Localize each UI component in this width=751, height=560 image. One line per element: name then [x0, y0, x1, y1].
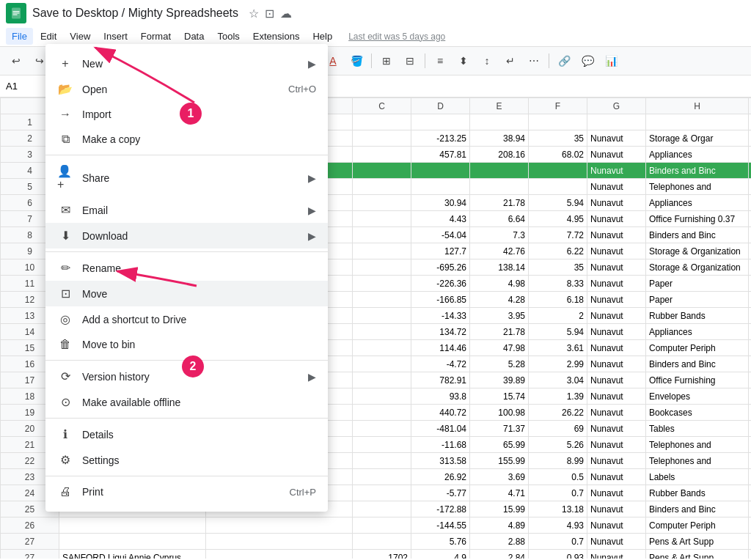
- cell[interactable]: 2.88: [470, 534, 529, 550]
- cell[interactable]: 2.84: [470, 550, 529, 559]
- cell[interactable]: 134.72: [411, 324, 470, 340]
- cell[interactable]: [749, 243, 752, 259]
- cell[interactable]: 5.94: [529, 324, 587, 340]
- cell[interactable]: -144.55: [411, 517, 470, 534]
- cell[interactable]: 13.18: [529, 501, 587, 517]
- cell[interactable]: 0.8: [749, 130, 752, 147]
- cell[interactable]: [470, 179, 529, 195]
- cell[interactable]: 21.78: [470, 324, 529, 340]
- cell[interactable]: -172.88: [411, 501, 470, 517]
- cell[interactable]: 0.7: [529, 485, 587, 501]
- cell[interactable]: 42.76: [470, 243, 529, 259]
- cell[interactable]: 0.59: [749, 437, 752, 453]
- cell[interactable]: Nunavut: [587, 130, 646, 147]
- menu-edit[interactable]: Edit: [34, 28, 62, 45]
- cell[interactable]: 26.22: [529, 405, 587, 421]
- cell[interactable]: 5.26: [529, 437, 587, 453]
- cell[interactable]: 39.89: [470, 372, 529, 388]
- cell[interactable]: Office Furnishing 0.37: [646, 211, 749, 227]
- menu-extensions[interactable]: Extensions: [247, 28, 306, 45]
- cell[interactable]: Binders and Binc: [646, 227, 749, 243]
- cell[interactable]: Nunavut: [587, 501, 646, 517]
- cell[interactable]: Nunavut: [587, 469, 646, 485]
- cell[interactable]: 4.9: [411, 550, 470, 559]
- cell[interactable]: [749, 211, 752, 227]
- more-button[interactable]: ⋯: [524, 51, 544, 71]
- cell[interactable]: -226.36: [411, 276, 470, 292]
- cell[interactable]: 2: [529, 308, 587, 324]
- cell[interactable]: 15.99: [470, 501, 529, 517]
- cell[interactable]: Computer Periph: [646, 340, 749, 356]
- document-title[interactable]: Save to Desktop / Mighty Spreadsheets: [32, 7, 238, 20]
- cell[interactable]: 4.98: [470, 276, 529, 292]
- merge-button[interactable]: ⊟: [400, 51, 420, 71]
- cell[interactable]: SANFORD Liqui Annie Cyprus: [59, 550, 206, 559]
- menu-tools[interactable]: Tools: [211, 28, 245, 45]
- cell[interactable]: [353, 469, 411, 485]
- cell[interactable]: [353, 453, 411, 469]
- cell[interactable]: [59, 534, 206, 550]
- menu-help[interactable]: Help: [307, 28, 338, 45]
- cell[interactable]: Telephones and: [646, 437, 749, 453]
- cell[interactable]: [353, 534, 411, 550]
- cell[interactable]: Nunavut: [587, 324, 646, 340]
- cell[interactable]: [411, 179, 470, 195]
- cell[interactable]: [353, 308, 411, 324]
- cell[interactable]: 1702: [353, 550, 411, 559]
- cell[interactable]: 3.04: [529, 372, 587, 388]
- cell[interactable]: 1.39: [529, 388, 587, 405]
- cell[interactable]: 6.18: [529, 292, 587, 308]
- cell[interactable]: [353, 163, 411, 179]
- col-header-f[interactable]: F: [529, 98, 587, 114]
- cell[interactable]: 0.5: [749, 195, 752, 211]
- cell[interactable]: 0.68: [749, 421, 752, 437]
- undo-button[interactable]: ↩: [6, 51, 26, 71]
- cell[interactable]: 3.61: [529, 340, 587, 356]
- cell[interactable]: [353, 147, 411, 163]
- cell[interactable]: 0.53: [749, 372, 752, 388]
- cell[interactable]: -4.72: [411, 356, 470, 372]
- cell[interactable]: 127.7: [411, 243, 470, 259]
- cell[interactable]: 0.8: [749, 485, 752, 501]
- cell[interactable]: [353, 421, 411, 437]
- menu-insert[interactable]: Insert: [98, 28, 133, 45]
- cell[interactable]: Nunavut: [587, 356, 646, 372]
- cell[interactable]: 93.8: [411, 388, 470, 405]
- cell[interactable]: [206, 517, 353, 534]
- cell[interactable]: [353, 227, 411, 243]
- cell[interactable]: 208.16: [470, 147, 529, 163]
- last-edit-text[interactable]: Last edit was 5 days ago: [348, 32, 445, 42]
- menu-add-shortcut[interactable]: ◎ Add a shortcut to Drive: [45, 306, 328, 332]
- cell[interactable]: 5.28: [470, 356, 529, 372]
- table-row[interactable]: 27SANFORD Liqui Annie Cyprus17024.92.840…: [1, 550, 752, 559]
- cell[interactable]: 5.76: [411, 534, 470, 550]
- menu-email[interactable]: ✉ Email ▶: [45, 197, 328, 223]
- cell[interactable]: [411, 163, 470, 179]
- menu-move[interactable]: ⊡ Move: [45, 281, 328, 306]
- cell[interactable]: Binders and Binc: [646, 163, 749, 179]
- cell[interactable]: Tables: [646, 421, 749, 437]
- cell[interactable]: 4.89: [470, 517, 529, 534]
- cell[interactable]: [529, 179, 587, 195]
- cell[interactable]: 8.99: [529, 453, 587, 469]
- cell[interactable]: Rubber Bands: [646, 308, 749, 324]
- cell[interactable]: Storage & Organization: [646, 243, 749, 259]
- cell[interactable]: Computer Periph: [646, 517, 749, 534]
- cell[interactable]: Storage & Orgar: [646, 130, 749, 147]
- cell[interactable]: -213.25: [411, 130, 470, 147]
- col-header-g[interactable]: G: [587, 98, 646, 114]
- cell[interactable]: 313.58: [411, 453, 470, 469]
- cell[interactable]: Pens & Art Supp: [646, 550, 749, 559]
- cell[interactable]: Nunavut: [587, 147, 646, 163]
- cell[interactable]: -11.68: [411, 437, 470, 453]
- cell[interactable]: -695.26: [411, 259, 470, 276]
- cell[interactable]: Rubber Bands: [646, 485, 749, 501]
- cell[interactable]: 68.02: [529, 147, 587, 163]
- cell[interactable]: 8.33: [529, 276, 587, 292]
- link-button[interactable]: 🔗: [554, 51, 574, 71]
- cell[interactable]: 71.37: [470, 421, 529, 437]
- cell[interactable]: [353, 259, 411, 276]
- cell[interactable]: 6.22: [529, 243, 587, 259]
- cell[interactable]: 3.69: [470, 469, 529, 485]
- cell[interactable]: [353, 485, 411, 501]
